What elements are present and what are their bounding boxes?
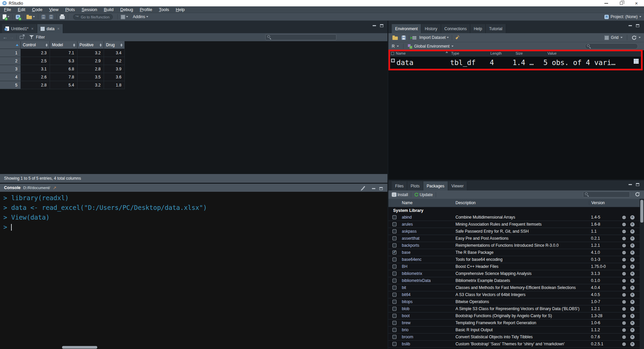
goto-file-input[interactable] [73,14,113,20]
package-loaded-checkbox[interactable]: ✓ [392,250,396,254]
minimize-pane-icon[interactable] [629,25,632,26]
refresh-packages-button[interactable] [635,192,640,197]
addins-button[interactable]: Addins [132,14,149,19]
column-header-value[interactable]: Value [547,51,556,55]
column-header-version[interactable]: Version [589,200,620,205]
package-website-button[interactable] [620,236,628,241]
horizontal-scrollbar-thumb[interactable] [62,346,97,349]
open-in-new-window-icon[interactable] [20,36,23,39]
package-website-button[interactable] [620,279,628,283]
package-loaded-checkbox[interactable]: ✓ [392,328,396,332]
package-name-link[interactable]: assertthat [402,236,455,241]
package-loaded-checkbox[interactable]: ✓ [392,229,396,233]
clear-console-icon[interactable] [362,186,365,190]
package-website-button[interactable] [620,222,628,227]
package-name-link[interactable]: abind [402,215,455,220]
scrollbar-thumb[interactable] [640,200,643,223]
maximize-pane-icon[interactable] [636,24,639,27]
minimize-pane-icon[interactable] [372,188,375,189]
package-website-button[interactable] [620,335,628,339]
package-remove-button[interactable]: × [628,328,637,332]
package-remove-button[interactable]: × [628,236,637,241]
package-remove-button[interactable]: × [628,286,637,290]
package-website-button[interactable] [620,243,628,248]
package-name-link[interactable]: bit64 [402,292,455,297]
package-remove-button[interactable]: × [628,222,637,227]
package-name-link[interactable]: bslib [402,342,455,346]
column-header-length[interactable]: Length [490,51,502,55]
package-loaded-checkbox[interactable]: ✓ [392,286,396,290]
console-body[interactable]: >library(readxl) >data <- read_excel("D:… [3,193,387,349]
package-name-link[interactable]: blob [402,306,455,311]
close-tab-icon[interactable]: × [57,26,59,31]
tab-viewer[interactable]: Viewer [448,181,467,190]
column-header[interactable]: Drug [104,41,125,49]
open-file-button[interactable] [26,15,36,19]
package-name-link[interactable]: boot [402,313,455,318]
package-loaded-checkbox[interactable]: ✓ [392,215,396,219]
package-remove-button[interactable]: × [628,300,637,304]
tab-data-viewer[interactable]: data × [37,24,63,33]
tab-help[interactable]: Help [470,24,486,33]
column-header-name[interactable]: Name [402,200,455,205]
package-remove-button[interactable]: × [628,243,637,248]
package-loaded-checkbox[interactable]: ✓ [392,236,396,240]
package-website-button[interactable] [620,286,628,290]
column-header[interactable]: Model [50,41,77,49]
pane-layout-button[interactable] [120,15,129,19]
minimize-pane-icon[interactable] [373,25,376,26]
package-name-link[interactable]: brew [402,321,455,325]
package-remove-button[interactable]: × [628,215,637,220]
package-loaded-checkbox[interactable]: ✓ [392,342,396,346]
tab-environment[interactable]: Environment [392,24,421,33]
package-loaded-checkbox[interactable]: ✓ [392,314,396,318]
package-website-button[interactable] [620,321,628,325]
package-website-button[interactable] [620,215,628,220]
package-website-button[interactable] [620,342,628,346]
package-remove-button[interactable]: × [628,229,637,234]
console-title[interactable]: Console [4,185,20,190]
package-website-button[interactable] [620,314,628,318]
package-remove-button[interactable]: × [628,293,637,297]
packages-search-box[interactable] [583,191,630,197]
package-website-button[interactable] [620,250,628,255]
package-loaded-checkbox[interactable]: ✓ [392,335,396,339]
menu-item[interactable]: View [46,6,62,13]
forward-icon[interactable]: → [9,34,14,41]
package-name-link[interactable]: askpass [402,229,455,234]
sort-icon[interactable] [120,44,122,47]
column-header-type[interactable]: Type [451,51,459,55]
package-website-button[interactable] [620,272,628,276]
menu-item[interactable]: Edit [14,6,29,13]
column-header[interactable]: Positive [77,41,104,49]
object-checkbox[interactable] [391,59,395,62]
menu-item[interactable]: Help [172,6,188,13]
minimize-window-button[interactable] [599,0,614,6]
print-button[interactable] [59,14,65,19]
tab-tutorial[interactable]: Tutorial [486,24,506,33]
column-header-name[interactable]: Name [396,51,406,55]
tab-connections[interactable]: Connections [441,24,471,33]
package-remove-button[interactable]: × [628,257,637,262]
scope-selector[interactable]: Global Environment [414,44,449,49]
environment-search-box[interactable] [585,43,638,49]
clear-environment-button[interactable] [454,35,460,40]
package-remove-button[interactable]: × [628,250,637,255]
close-window-button[interactable]: × [629,0,644,6]
tab-untitled1[interactable]: Untitled1* × [2,24,37,33]
package-name-link[interactable]: backports [402,243,455,248]
goto-directory-icon[interactable]: ↗ [53,185,56,190]
row-number-column-header[interactable] [0,41,21,49]
menu-item[interactable]: File [1,6,14,13]
sort-icon[interactable] [73,44,75,47]
maximize-pane-icon[interactable] [379,187,383,190]
minimize-pane-icon[interactable] [629,184,632,185]
menu-item[interactable]: Code [29,6,46,13]
package-remove-button[interactable]: × [628,342,637,346]
refresh-button[interactable] [632,35,637,40]
data-search-box[interactable] [265,34,336,40]
back-icon[interactable]: ← [3,34,8,41]
select-all-checkbox[interactable] [391,52,394,55]
packages-scrollbar[interactable] [640,199,644,349]
import-dataset-button[interactable]: Import Dataset [412,35,449,40]
